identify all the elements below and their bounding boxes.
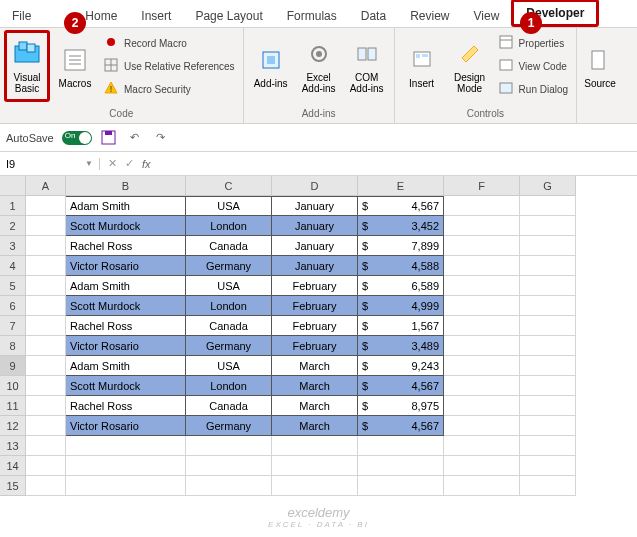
cell[interactable] (26, 396, 66, 416)
cell[interactable] (444, 476, 520, 496)
cell[interactable] (444, 436, 520, 456)
accept-formula-icon[interactable]: ✓ (125, 157, 134, 170)
cell[interactable]: Canada (186, 396, 272, 416)
col-header-D[interactable]: D (272, 176, 358, 196)
row-header[interactable]: 2 (0, 216, 26, 236)
cell[interactable] (520, 236, 576, 256)
cell[interactable]: January (272, 196, 358, 216)
cell[interactable] (520, 396, 576, 416)
cell[interactable] (26, 356, 66, 376)
cell[interactable] (26, 336, 66, 356)
col-header-E[interactable]: E (358, 176, 444, 196)
cell[interactable] (186, 436, 272, 456)
cell[interactable] (26, 456, 66, 476)
tab-formulas[interactable]: Formulas (275, 5, 349, 27)
cell[interactable] (520, 456, 576, 476)
cell[interactable]: January (272, 256, 358, 276)
cell[interactable]: Canada (186, 236, 272, 256)
cell[interactable] (520, 376, 576, 396)
macro-security-button[interactable]: ! Macro Security (100, 78, 239, 100)
row-header[interactable]: 9 (0, 356, 26, 376)
cell[interactable]: Germany (186, 416, 272, 436)
cell[interactable] (444, 276, 520, 296)
cell[interactable]: $4,567 (358, 416, 444, 436)
select-all-corner[interactable] (0, 176, 26, 196)
cancel-formula-icon[interactable]: ✕ (108, 157, 117, 170)
cell[interactable]: March (272, 416, 358, 436)
cell[interactable] (26, 276, 66, 296)
row-header[interactable]: 10 (0, 376, 26, 396)
cell[interactable] (444, 316, 520, 336)
cell[interactable]: February (272, 276, 358, 296)
cell[interactable] (66, 456, 186, 476)
record-macro-button[interactable]: Record Macro (100, 32, 239, 54)
use-relative-button[interactable]: Use Relative References (100, 55, 239, 77)
row-header[interactable]: 12 (0, 416, 26, 436)
row-header[interactable]: 1 (0, 196, 26, 216)
cell[interactable] (26, 476, 66, 496)
cell[interactable] (520, 336, 576, 356)
tab-insert[interactable]: Insert (129, 5, 183, 27)
row-header[interactable]: 15 (0, 476, 26, 496)
cell[interactable]: London (186, 376, 272, 396)
undo-button[interactable]: ↶ (126, 129, 144, 147)
cell[interactable]: February (272, 336, 358, 356)
cell[interactable]: February (272, 316, 358, 336)
tab-review[interactable]: Review (398, 5, 461, 27)
cell[interactable] (66, 476, 186, 496)
source-button[interactable]: Source (581, 30, 619, 102)
tab-data[interactable]: Data (349, 5, 398, 27)
cell[interactable] (26, 196, 66, 216)
cell[interactable]: Rachel Ross (66, 396, 186, 416)
col-header-G[interactable]: G (520, 176, 576, 196)
cell[interactable]: $4,567 (358, 376, 444, 396)
cell[interactable] (26, 216, 66, 236)
cell[interactable]: USA (186, 276, 272, 296)
cell[interactable]: January (272, 236, 358, 256)
cell[interactable]: March (272, 396, 358, 416)
cell[interactable] (358, 456, 444, 476)
visual-basic-button[interactable]: Visual Basic (4, 30, 50, 102)
cell[interactable] (26, 296, 66, 316)
cell[interactable]: $3,489 (358, 336, 444, 356)
cell[interactable] (444, 336, 520, 356)
properties-button[interactable]: Properties (495, 32, 572, 54)
cell[interactable]: $9,243 (358, 356, 444, 376)
view-code-button[interactable]: View Code (495, 55, 572, 77)
col-header-A[interactable]: A (26, 176, 66, 196)
cell[interactable]: $4,567 (358, 196, 444, 216)
cell[interactable] (444, 256, 520, 276)
cell[interactable]: USA (186, 196, 272, 216)
cell[interactable]: Victor Rosario (66, 336, 186, 356)
row-header[interactable]: 5 (0, 276, 26, 296)
col-header-B[interactable]: B (66, 176, 186, 196)
cell[interactable]: $6,589 (358, 276, 444, 296)
cell[interactable] (444, 216, 520, 236)
row-header[interactable]: 14 (0, 456, 26, 476)
save-icon[interactable] (100, 129, 118, 147)
cell[interactable] (520, 196, 576, 216)
cell[interactable] (444, 456, 520, 476)
tab-page-layout[interactable]: Page Layout (183, 5, 274, 27)
cell[interactable]: Victor Rosario (66, 416, 186, 436)
cell[interactable] (272, 456, 358, 476)
cell[interactable]: January (272, 216, 358, 236)
col-header-F[interactable]: F (444, 176, 520, 196)
cell[interactable]: $4,999 (358, 296, 444, 316)
cell[interactable] (520, 276, 576, 296)
cell[interactable]: Canada (186, 316, 272, 336)
cell[interactable]: Scott Murdock (66, 216, 186, 236)
cell[interactable] (444, 376, 520, 396)
cell[interactable]: Scott Murdock (66, 296, 186, 316)
row-header[interactable]: 11 (0, 396, 26, 416)
row-header[interactable]: 4 (0, 256, 26, 276)
cell[interactable] (444, 296, 520, 316)
cell[interactable] (26, 416, 66, 436)
cell[interactable]: Rachel Ross (66, 316, 186, 336)
cell[interactable]: Adam Smith (66, 276, 186, 296)
cell[interactable] (444, 416, 520, 436)
cell[interactable] (520, 476, 576, 496)
cell[interactable]: $4,588 (358, 256, 444, 276)
macros-button[interactable]: Macros (52, 30, 98, 102)
cell[interactable] (26, 236, 66, 256)
